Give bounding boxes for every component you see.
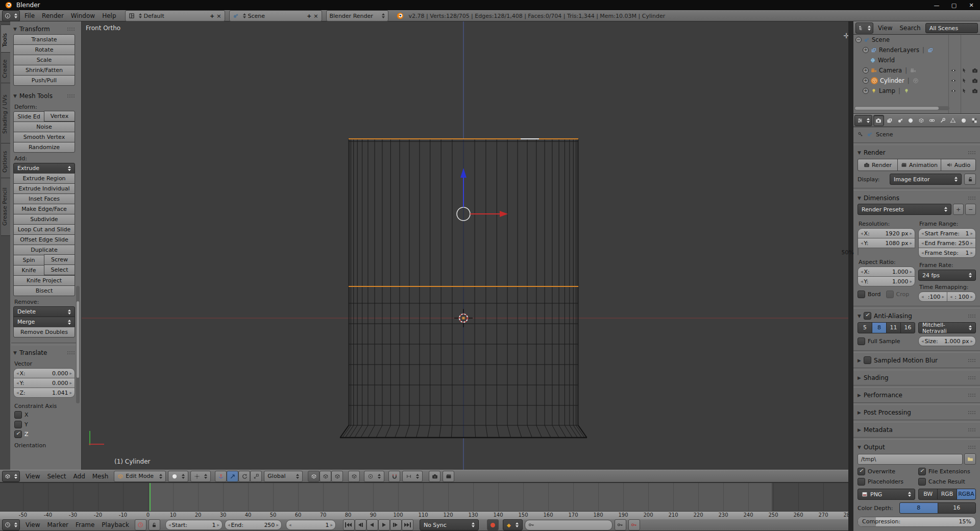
- vector-y-field[interactable]: ◂Y:0.000▸: [13, 378, 75, 388]
- tool-button[interactable]: Bisect: [13, 285, 75, 296]
- display-mode-selector[interactable]: All Scenes: [925, 23, 978, 33]
- motion-blur-checkbox[interactable]: [864, 356, 871, 364]
- jump-to-next-keyframe-button[interactable]: [390, 519, 402, 530]
- menu-item[interactable]: Frame: [72, 521, 98, 528]
- channels-rgba[interactable]: RGBA: [957, 489, 976, 500]
- tool-button[interactable]: Scale: [13, 55, 75, 65]
- scene-selector[interactable]: Scene + ×: [229, 10, 322, 21]
- menu-item[interactable]: View: [874, 25, 896, 32]
- tool-button[interactable]: Make Edge/Face: [13, 204, 75, 214]
- panel-grip[interactable]: [968, 445, 976, 449]
- delete-scene-button[interactable]: ×: [313, 13, 318, 19]
- tool-button[interactable]: Loop Cut and Slide: [13, 224, 75, 235]
- output-panel-header[interactable]: ▼Output: [857, 442, 976, 452]
- toolshelf-scrollbar[interactable]: [76, 286, 80, 403]
- output-path-field[interactable]: /tmp\: [857, 454, 963, 465]
- tool-button[interactable]: Shrink/Fatten: [13, 65, 75, 76]
- panel-grip[interactable]: [968, 151, 976, 155]
- sampled-motion-blur-panel-header[interactable]: ▶ Sampled Motion Blur: [857, 355, 976, 366]
- lock-frame-range-button[interactable]: [149, 519, 160, 530]
- face-select-button[interactable]: [331, 471, 343, 482]
- add-layout-button[interactable]: +: [210, 13, 214, 19]
- transform-panel-header[interactable]: ▼ Transform: [13, 23, 75, 34]
- tool-button[interactable]: Extrude Region: [13, 173, 75, 184]
- remove-preset-button[interactable]: −: [965, 204, 976, 215]
- start-frame-field[interactable]: ◂Start:1▸: [165, 520, 223, 530]
- overwrite-checkbox[interactable]: Overwrite: [857, 468, 915, 475]
- menu-item[interactable]: Search: [896, 25, 924, 32]
- pivot-selector[interactable]: [190, 471, 211, 482]
- menu-item[interactable]: Playback: [98, 521, 133, 528]
- shading-panel-header[interactable]: ▶Shading: [857, 372, 976, 383]
- outliner-row-camera[interactable]: + Camera |: [853, 65, 980, 76]
- viewport-shading-selector[interactable]: [168, 471, 188, 482]
- panel-grip[interactable]: [968, 196, 976, 200]
- selectability-cursor-icon[interactable]: [961, 67, 967, 74]
- add-scene-button[interactable]: +: [307, 13, 311, 19]
- resolution-y-field[interactable]: ◂Y:1080 px▸: [857, 238, 915, 248]
- timeline-ruler[interactable]: -50-40-30-20-100102030405060708090100110…: [0, 511, 848, 519]
- time-remap-new-field[interactable]: ◂: 100▸: [947, 292, 976, 302]
- time-remap-old-field[interactable]: ◂:100▸: [918, 292, 947, 302]
- resolution-x-field[interactable]: ◂X:1920 px▸: [857, 228, 915, 238]
- limit-to-visible-button[interactable]: [348, 471, 360, 482]
- panel-grip[interactable]: [67, 94, 75, 98]
- frame-step-field[interactable]: ◂Frame Step:1▸: [918, 248, 976, 258]
- jump-to-start-button[interactable]: [343, 519, 355, 530]
- border-checkbox[interactable]: Bord: [857, 291, 881, 298]
- delete-keyframe-button[interactable]: [628, 519, 640, 530]
- outliner-row-cylinder[interactable]: + Cylinder |: [853, 76, 980, 86]
- merge-menu[interactable]: Merge: [13, 317, 75, 327]
- aa-samples-5[interactable]: 5: [857, 322, 872, 333]
- render-presets-selector[interactable]: Render Presets: [857, 204, 951, 215]
- viewport-3d[interactable]: Front Ortho (1) Cylinder ✛: [82, 21, 853, 470]
- render-animation-button[interactable]: Animation: [897, 159, 941, 171]
- file-extensions-checkbox[interactable]: File Extensions: [918, 468, 976, 475]
- manipulator-toggle-button[interactable]: [215, 471, 227, 482]
- proportional-edit-selector[interactable]: [364, 471, 384, 482]
- dimensions-panel-header[interactable]: ▼ Dimensions: [857, 192, 976, 203]
- aa-samples-16[interactable]: 16: [900, 322, 915, 333]
- panel-grip[interactable]: [67, 351, 75, 355]
- maximize-button[interactable]: ▢: [945, 1, 963, 10]
- menu-item[interactable]: Select: [43, 473, 69, 480]
- visibility-eye-icon[interactable]: [950, 67, 957, 74]
- outliner-scrollbar[interactable]: [854, 106, 949, 110]
- outliner-row-lamp[interactable]: + Lamp |: [853, 86, 980, 96]
- selectability-cursor-icon[interactable]: [961, 78, 967, 84]
- tool-button[interactable]: Extrude Individual: [13, 183, 75, 194]
- tool-button[interactable]: Duplicate: [13, 245, 75, 255]
- tab-world[interactable]: [906, 115, 916, 126]
- timeline-strip[interactable]: [0, 482, 848, 511]
- render-engine-selector[interactable]: Blender Render: [326, 10, 388, 21]
- panel-grip[interactable]: [968, 411, 976, 415]
- slide-vertex-button[interactable]: Vertex: [44, 111, 75, 122]
- close-button[interactable]: ✕: [963, 1, 980, 10]
- panel-grip[interactable]: [67, 27, 75, 31]
- constraint-y-checkbox[interactable]: Y: [14, 421, 75, 428]
- browse-folder-button[interactable]: [964, 453, 976, 465]
- frame-rate-selector[interactable]: 24 fps: [918, 270, 976, 281]
- play-button[interactable]: [378, 519, 390, 530]
- current-frame-line[interactable]: [150, 483, 151, 511]
- play-reverse-button[interactable]: [366, 519, 378, 530]
- active-keying-set-field[interactable]: [525, 520, 612, 530]
- visibility-eye-icon[interactable]: [950, 78, 957, 84]
- knife-button[interactable]: Knife: [13, 265, 44, 276]
- tool-button[interactable]: Inset Faces: [13, 194, 75, 204]
- tab-constraints[interactable]: [927, 115, 937, 126]
- menu-item[interactable]: Window: [67, 12, 99, 19]
- resolution-percentage-slider[interactable]: 50%: [857, 248, 859, 255]
- constraint-x-checkbox[interactable]: X: [14, 411, 75, 419]
- expand-icon[interactable]: +: [863, 78, 869, 84]
- panel-grip[interactable]: [968, 393, 976, 397]
- render-opengl-button[interactable]: [429, 471, 440, 482]
- panel-grip[interactable]: [968, 358, 976, 363]
- end-frame-field[interactable]: ◂End Frame:250▸: [918, 238, 976, 248]
- keying-set-type-selector[interactable]: ◆: [503, 519, 523, 530]
- aa-samples-11[interactable]: 11: [886, 322, 901, 333]
- pin-icon[interactable]: [856, 130, 865, 139]
- file-format-selector[interactable]: PNG: [857, 489, 915, 500]
- orientation-selector[interactable]: Global: [264, 471, 303, 482]
- tool-button[interactable]: Rotate: [13, 44, 75, 55]
